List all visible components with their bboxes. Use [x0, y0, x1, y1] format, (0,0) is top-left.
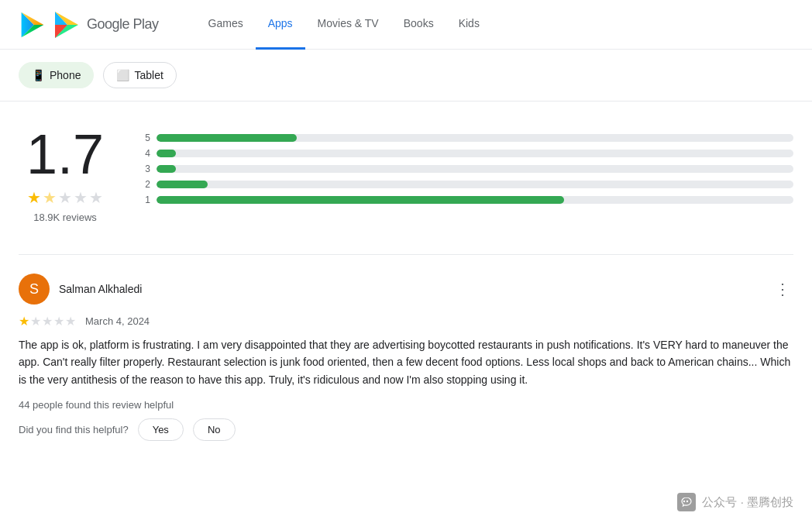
- bar-row-3: 3: [143, 163, 793, 174]
- review-count: 18.9K reviews: [33, 212, 97, 223]
- bar-track-5: [157, 134, 793, 142]
- rating-score: 1.7: [26, 126, 104, 182]
- review-star-4: ★: [53, 314, 64, 329]
- tablet-icon: ⬜: [116, 69, 129, 81]
- rating-bars: 5 4 3 2: [143, 126, 793, 205]
- star-2: ★: [43, 188, 57, 207]
- rating-section: 1.7 ★ ★ ★ ★ ★ 18.9K reviews 5 4: [19, 126, 793, 223]
- svg-point-4: [683, 501, 685, 502]
- review-star-2: ★: [30, 314, 41, 329]
- tablet-label: Tablet: [134, 69, 163, 81]
- review-body: The app is ok, platform is frustrating. …: [19, 336, 793, 388]
- phone-tab[interactable]: 📱 Phone: [19, 62, 94, 88]
- bar-row-1: 1: [143, 194, 793, 205]
- helpful-question: Did you find this helpful?: [19, 424, 129, 435]
- watermark: 公众号 · 墨腾创投: [677, 493, 793, 511]
- wechat-icon: [677, 493, 696, 511]
- bar-label-3: 3: [143, 163, 150, 174]
- rating-summary: 1.7 ★ ★ ★ ★ ★ 18.9K reviews: [19, 126, 112, 223]
- nav-apps[interactable]: Apps: [256, 0, 305, 50]
- bar-label-4: 4: [143, 148, 150, 159]
- review-star-rating: ★ ★ ★ ★ ★: [19, 314, 76, 329]
- review-date: March 4, 2024: [85, 315, 150, 327]
- bar-fill-5: [157, 134, 297, 142]
- reviewer-avatar: S: [19, 274, 50, 305]
- nav-books[interactable]: Books: [391, 0, 446, 50]
- rating-stars: ★ ★ ★ ★ ★: [27, 188, 103, 207]
- star-3: ★: [58, 188, 72, 207]
- star-5: ★: [89, 188, 103, 207]
- device-tab-bar: 📱 Phone ⬜ Tablet: [0, 50, 812, 102]
- bar-fill-1: [157, 196, 564, 204]
- helpful-yes-button[interactable]: Yes: [138, 418, 184, 441]
- review-star-1: ★: [19, 314, 29, 329]
- bar-row-2: 2: [143, 179, 793, 190]
- review-card: S Salman Alkhaledi ⋮ ★ ★ ★ ★ ★ March 4, …: [19, 274, 793, 441]
- phone-icon: 📱: [32, 69, 45, 81]
- review-star-3: ★: [42, 314, 53, 329]
- bar-label-2: 2: [143, 179, 150, 190]
- bar-track-1: [157, 196, 793, 204]
- nav-movies[interactable]: Movies & TV: [305, 0, 391, 50]
- bar-track-2: [157, 181, 793, 188]
- review-star-5: ★: [65, 314, 76, 329]
- nav-games[interactable]: Games: [196, 0, 256, 50]
- nav-kids[interactable]: Kids: [446, 0, 492, 50]
- review-meta: ★ ★ ★ ★ ★ March 4, 2024: [19, 314, 793, 329]
- section-divider: [19, 254, 793, 255]
- bar-label-5: 5: [143, 132, 150, 143]
- google-play-logo: [19, 11, 46, 39]
- bar-label-1: 1: [143, 194, 150, 205]
- reviewer-info: S Salman Alkhaledi: [19, 274, 142, 305]
- svg-point-5: [686, 501, 688, 502]
- reviewer-name: Salman Alkhaledi: [59, 283, 142, 295]
- star-1: ★: [27, 188, 41, 207]
- helpful-no-button[interactable]: No: [193, 418, 236, 441]
- helpful-count: 44 people found this review helpful: [19, 399, 793, 411]
- main-nav: Games Apps Movies & TV Books Kids: [196, 0, 492, 50]
- phone-label: Phone: [50, 69, 81, 81]
- play-logo-icon: [53, 11, 81, 39]
- logo-area: Google Play: [19, 11, 159, 39]
- header: Google Play Games Apps Movies & TV Books…: [0, 0, 812, 50]
- tablet-tab[interactable]: ⬜ Tablet: [103, 62, 176, 88]
- star-4: ★: [74, 188, 88, 207]
- bar-track-4: [157, 150, 793, 157]
- main-content: 1.7 ★ ★ ★ ★ ★ 18.9K reviews 5 4: [0, 102, 812, 466]
- avatar-letter: S: [29, 281, 39, 298]
- bar-fill-4: [157, 150, 176, 157]
- logo-text: Google Play: [87, 16, 159, 33]
- bar-fill-3: [157, 165, 176, 173]
- bar-fill-2: [157, 181, 208, 188]
- review-header: S Salman Alkhaledi ⋮: [19, 274, 793, 305]
- bar-row-4: 4: [143, 148, 793, 159]
- helpful-row: Did you find this helpful? Yes No: [19, 418, 793, 441]
- bar-row-5: 5: [143, 132, 793, 143]
- more-options-icon[interactable]: ⋮: [772, 277, 793, 301]
- bar-track-3: [157, 165, 793, 173]
- watermark-text: 公众号 · 墨腾创投: [702, 495, 793, 510]
